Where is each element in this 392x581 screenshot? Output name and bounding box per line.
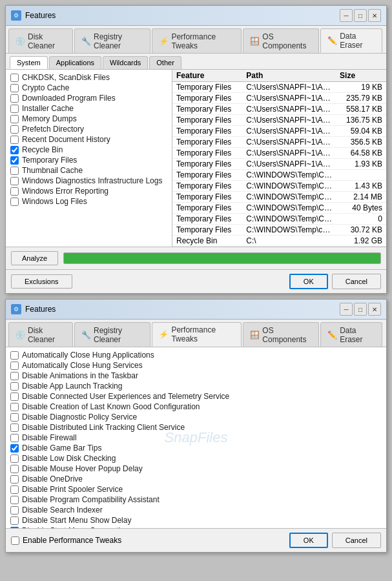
perf-checkbox-17[interactable] — [10, 527, 19, 529]
window-body-1: SystemApplicationsWildcardsOther CHKDSK,… — [6, 54, 386, 293]
title-controls-2: ─ □ ✕ — [340, 303, 381, 316]
col-header-path: Path — [242, 70, 336, 82]
perf-checkbox-8[interactable] — [10, 434, 19, 442]
maximize-button-2[interactable]: □ — [354, 303, 367, 316]
table-row[interactable]: Temporary Files C:\Users\SNAPFI~1\App...… — [172, 82, 386, 93]
tab2-performance-tweaks[interactable]: ⚡Performance Tweaks — [152, 322, 242, 347]
perf-checkbox-9[interactable] — [10, 444, 19, 453]
cancel-button-1[interactable]: Cancel — [332, 274, 381, 289]
checkbox-9[interactable] — [10, 167, 19, 175]
content-area: CHKDSK, ScanDisk FilesCrypto CacheDownlo… — [6, 69, 386, 247]
checkbox-1[interactable] — [10, 84, 19, 92]
enable-perf-checkbox[interactable] — [11, 536, 19, 545]
checkbox-4[interactable] — [10, 115, 19, 123]
tab2-os-components[interactable]: 🪟OS Components — [243, 322, 319, 347]
perf-checkbox-4[interactable] — [10, 392, 19, 401]
perf-checkbox-5[interactable] — [10, 403, 19, 411]
title-controls-1: ─ □ ✕ — [340, 9, 381, 22]
cancel-button-2[interactable]: Cancel — [332, 533, 381, 548]
table-row[interactable]: Temporary Files C:\Users\SNAPFI~1\App...… — [172, 126, 386, 137]
perf-checkbox-2[interactable] — [10, 372, 19, 380]
cell-size: 1.43 KB — [336, 181, 386, 192]
subtab-system[interactable]: System — [10, 56, 48, 69]
ok-button-1[interactable]: OK — [289, 274, 328, 289]
tab2-disk-cleaner[interactable]: 💿Disk Cleaner — [8, 322, 73, 347]
table-row[interactable]: Temporary Files C:\Users\SNAPFI~1\App...… — [172, 137, 386, 148]
perf-checkbox-12[interactable] — [10, 475, 19, 484]
table-row[interactable]: Temporary Files C:\WINDOWS\Temp\CR_... 1… — [172, 181, 386, 192]
minimize-button-1[interactable]: ─ — [340, 9, 353, 22]
exclusions-button[interactable]: Exclusions — [11, 274, 72, 289]
perf-checkbox-6[interactable] — [10, 413, 19, 422]
perf-check-item-11: Disable Mouse Hover Popup Delay — [8, 464, 384, 474]
checkbox-0[interactable] — [10, 74, 19, 82]
perf-checkbox-10[interactable] — [10, 454, 19, 463]
table-row[interactable]: Temporary Files C:\Users\SNAPFI~1\App...… — [172, 148, 386, 159]
tab2-data-eraser[interactable]: ✏️Data Eraser — [320, 322, 382, 347]
checkbox-7[interactable] — [10, 146, 19, 154]
cell-feature: Temporary Files — [172, 159, 242, 170]
right-panel: Feature Path Size Temporary Files C:\Use… — [172, 70, 386, 247]
close-button-1[interactable]: ✕ — [368, 9, 381, 22]
subtab-wildcards[interactable]: Wildcards — [103, 56, 148, 69]
checkbox-label-0: CHKDSK, ScanDisk Files — [22, 73, 110, 82]
tab-bar-2: 💿Disk Cleaner🔧Registry Cleaner⚡Performan… — [6, 320, 386, 347]
perf-checkbox-14[interactable] — [10, 496, 19, 504]
tab-registry-cleaner[interactable]: 🔧Registry Cleaner — [74, 28, 150, 53]
perf-checkbox-16[interactable] — [10, 516, 19, 525]
tab-data-eraser[interactable]: ✏️Data Eraser — [320, 28, 382, 53]
enable-perf-label: Enable Performance Tweaks — [23, 536, 121, 545]
cell-path: C:\Users\SNAPFI~1\App... — [242, 82, 336, 93]
checkbox-5[interactable] — [10, 125, 19, 134]
checkbox-6[interactable] — [10, 136, 19, 144]
perf-checkbox-11[interactable] — [10, 465, 19, 473]
table-row[interactable]: Temporary Files C:\Users\SNAPFI~1\App...… — [172, 93, 386, 104]
checkbox-label-7: Recycle Bin — [22, 145, 63, 154]
table-row[interactable]: Temporary Files C:\WINDOWS\Temp\CR_... — [172, 170, 386, 181]
perf-checkbox-label-3: Disable App Launch Tracking — [22, 382, 122, 391]
analyze-button[interactable]: Analyze — [11, 251, 58, 265]
perf-check-item-9: Disable Game Bar Tips — [8, 443, 384, 453]
perf-checkbox-3[interactable] — [10, 382, 19, 391]
close-button-2[interactable]: ✕ — [368, 303, 381, 316]
perf-checkbox-0[interactable] — [10, 351, 19, 360]
cell-size: 2.14 MB — [336, 192, 386, 203]
minimize-button-2[interactable]: ─ — [340, 303, 353, 316]
perf-checkbox-label-12: Disable OneDrive — [22, 474, 83, 484]
perf-checkbox-1[interactable] — [10, 362, 19, 370]
table-row[interactable]: Temporary Files C:\WINDOWS\Temp\Cras... … — [172, 214, 386, 225]
tab-bar-1: 💿Disk Cleaner🔧Registry Cleaner⚡Performan… — [6, 26, 386, 54]
table-row[interactable]: Temporary Files C:\Users\SNAPFI~1\App...… — [172, 159, 386, 170]
table-row[interactable]: Temporary Files C:\WINDOWS\Temp\chro... … — [172, 225, 386, 236]
title-bar-1: ⚙ Features ─ □ ✕ — [6, 6, 386, 26]
table-row[interactable]: Temporary Files C:\WINDOWS\Temp\Cras... … — [172, 203, 386, 214]
subtab-applications[interactable]: Applications — [49, 56, 101, 69]
checkbox-11[interactable] — [10, 187, 19, 196]
tab-os-components[interactable]: 🪟OS Components — [243, 28, 319, 53]
table-row[interactable]: Temporary Files C:\WINDOWS\Temp\Cras... … — [172, 192, 386, 203]
table-row[interactable]: Temporary Files C:\Users\SNAPFI~1\App...… — [172, 115, 386, 126]
checkbox-10[interactable] — [10, 177, 19, 185]
checkbox-12[interactable] — [10, 198, 19, 206]
perf-checkbox-7[interactable] — [10, 423, 19, 432]
cell-size — [336, 170, 386, 181]
cell-path: C:\WINDOWS\Temp\CR_... — [242, 181, 336, 192]
checkbox-2[interactable] — [10, 94, 19, 103]
checkbox-8[interactable] — [10, 156, 19, 165]
tab-performance-tweaks[interactable]: ⚡Performance Tweaks — [152, 28, 242, 53]
cell-path: C:\Users\SNAPFI~1\App... — [242, 93, 336, 104]
perf-checkbox-label-6: Disable Diagnostic Policy Service — [22, 413, 137, 422]
perf-checkbox-15[interactable] — [10, 506, 19, 515]
checkbox-3[interactable] — [10, 105, 19, 113]
table-row[interactable]: Temporary Files C:\Users\SNAPFI~1\App...… — [172, 104, 386, 115]
perf-checkbox-13[interactable] — [10, 485, 19, 494]
perf-check-item-10: Disable Low Disk Checking — [8, 453, 384, 464]
tab2-registry-cleaner[interactable]: 🔧Registry Cleaner — [74, 322, 150, 347]
table-row[interactable]: Recycle Bin C:\ 1.92 GB — [172, 236, 386, 247]
cell-size: 59.04 KB — [336, 126, 386, 137]
checkbox-label-10: Windows Diagnostics Infrastructure Logs — [22, 176, 162, 185]
ok-button-2[interactable]: OK — [289, 533, 328, 548]
subtab-other[interactable]: Other — [149, 56, 181, 69]
maximize-button-1[interactable]: □ — [354, 9, 367, 22]
tab-disk-cleaner[interactable]: 💿Disk Cleaner — [8, 28, 73, 53]
